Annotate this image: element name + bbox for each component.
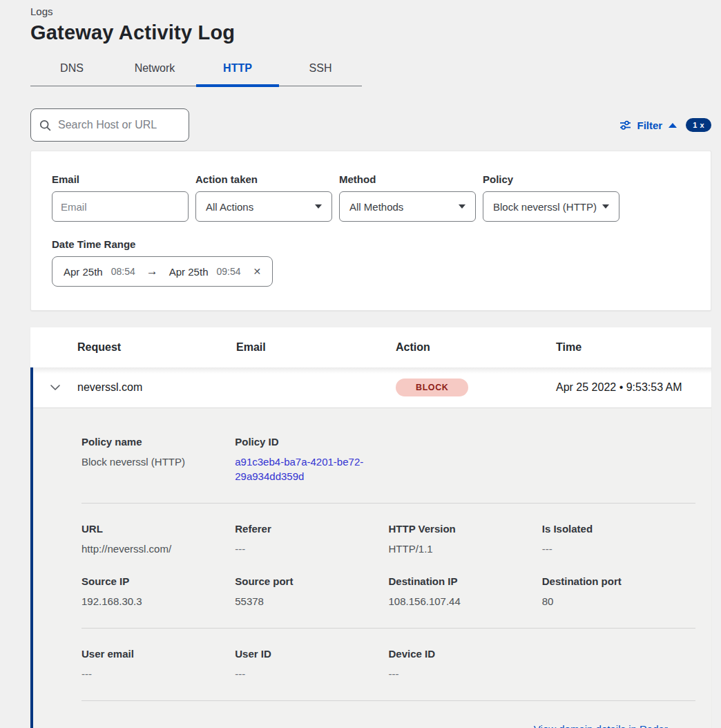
destination-port-field: Destination port 80 [542, 575, 695, 609]
method-selected-value: All Methods [349, 201, 403, 213]
toolbar: Filter 1 x [30, 108, 711, 142]
policy-select[interactable]: Block neverssl (HTTP) [483, 191, 619, 222]
referer-field: Referer --- [235, 523, 388, 556]
user-email-field: User email --- [81, 648, 235, 681]
search-icon [39, 119, 58, 131]
table-header-row: Request Email Action Time [30, 327, 711, 367]
user-id-label: User ID [235, 648, 376, 660]
tab-http[interactable]: HTTP [196, 58, 279, 86]
device-id-field: Device ID --- [389, 648, 542, 681]
user-id-field: User ID --- [235, 648, 388, 681]
source-port-value: 55378 [235, 594, 376, 609]
radar-link-row: View domain details in Radar → [81, 720, 695, 728]
user-id-value: --- [235, 667, 376, 681]
arrow-right-icon: → [144, 265, 161, 278]
breadcrumb[interactable]: Logs [30, 3, 711, 17]
policy-section: Policy name Block neverssl (HTTP) Policy… [81, 436, 695, 503]
section-divider [81, 628, 695, 629]
referer-value: --- [235, 542, 376, 556]
destination-ip-label: Destination IP [389, 575, 530, 587]
filter-count-badge[interactable]: 1 x [686, 118, 711, 132]
is-isolated-label: Is Isolated [542, 523, 683, 535]
method-filter-label: Method [339, 173, 476, 185]
range-end-time[interactable]: 09:54 [216, 266, 240, 277]
expanded-row-wrapper: neverssl.com BLOCK Apr 25 2022 • 9:53:53… [30, 367, 711, 728]
email-filter-field: Email [52, 173, 189, 222]
action-taken-select[interactable]: All Actions [195, 191, 332, 222]
search-box [30, 108, 189, 142]
destination-ip-value: 108.156.107.44 [389, 594, 530, 609]
view-domain-in-radar-link[interactable]: View domain details in Radar → [534, 723, 681, 728]
http-version-value: HTTP/1.1 [389, 542, 530, 556]
chevron-down-icon [50, 384, 61, 391]
range-start-time[interactable]: 08:54 [111, 266, 135, 277]
block-status-badge: BLOCK [396, 379, 468, 396]
source-ip-field: Source IP 192.168.30.3 [81, 575, 235, 609]
source-ip-label: Source IP [81, 575, 222, 587]
user-section: User email --- User ID --- Device ID --- [81, 648, 695, 700]
is-isolated-field: Is Isolated --- [542, 523, 695, 556]
column-header-action: Action [396, 341, 556, 354]
filter-icon [619, 119, 631, 131]
policy-filter-field: Policy Block neverssl (HTTP) [483, 173, 619, 222]
user-email-label: User email [81, 648, 222, 660]
column-header-time: Time [556, 341, 711, 354]
filter-toggle-button[interactable]: Filter 1 x [619, 118, 711, 132]
action-taken-filter-label: Action taken [195, 173, 332, 185]
column-header-request: Request [77, 341, 236, 354]
tab-dns[interactable]: DNS [30, 58, 113, 86]
tab-network[interactable]: Network [113, 58, 196, 86]
action-taken-selected-value: All Actions [206, 201, 253, 213]
is-isolated-value: --- [542, 542, 683, 556]
row-action-cell: BLOCK [396, 379, 556, 396]
filter-label: Filter [637, 119, 663, 131]
page-title: Gateway Activity Log [30, 21, 711, 44]
policy-selected-value: Block neverssl (HTTP) [493, 201, 597, 213]
source-port-field: Source port 55378 [235, 575, 388, 609]
tab-ssh[interactable]: SSH [279, 58, 362, 86]
policy-name-value: Block neverssl (HTTP) [81, 454, 222, 469]
action-taken-filter-field: Action taken All Actions [195, 173, 332, 222]
device-id-value: --- [389, 667, 530, 681]
destination-port-label: Destination port [542, 575, 683, 587]
policy-id-label: Policy ID [235, 436, 376, 448]
http-version-field: HTTP Version HTTP/1.1 [389, 523, 542, 556]
dropdown-arrow-icon [459, 204, 465, 209]
referer-label: Referer [235, 523, 376, 535]
activity-log-table: Request Email Action Time neverssl.com B… [30, 327, 711, 728]
gateway-activity-log-page: Logs Gateway Activity Log DNS Network HT… [0, 0, 721, 728]
destination-port-value: 80 [542, 594, 683, 609]
url-label: URL [81, 523, 222, 535]
policy-filter-label: Policy [483, 173, 619, 185]
date-range-picker[interactable]: Apr 25th 08:54 → Apr 25th 09:54 ✕ [52, 256, 273, 287]
column-header-email: Email [236, 341, 396, 354]
policy-name-label: Policy name [81, 436, 222, 448]
section-divider [81, 700, 695, 701]
row-time-value: Apr 25 2022 • 9:53:53 AM [556, 381, 711, 394]
policy-name-field: Policy name Block neverssl (HTTP) [81, 436, 235, 483]
caret-up-icon [669, 123, 677, 128]
http-request-section: URL http://neverssl.com/ Referer --- HTT… [81, 523, 695, 628]
source-ip-value: 192.168.30.3 [81, 594, 222, 609]
method-select[interactable]: All Methods [339, 191, 476, 222]
source-port-label: Source port [235, 575, 376, 587]
row-request-value: neverssl.com [77, 381, 236, 394]
row-detail-panel: Policy name Block neverssl (HTTP) Policy… [33, 408, 711, 728]
http-version-label: HTTP Version [389, 523, 530, 535]
email-filter-input[interactable] [52, 191, 189, 222]
filter-panel: Email Action taken All Actions Method Al… [30, 151, 711, 311]
search-input[interactable] [58, 119, 180, 131]
range-end-date[interactable]: Apr 25th [169, 266, 209, 278]
range-start-date[interactable]: Apr 25th [64, 266, 103, 278]
log-type-tabs: DNS Network HTTP SSH [30, 58, 362, 86]
device-id-label: Device ID [389, 648, 530, 660]
url-value: http://neverssl.com/ [81, 542, 222, 556]
collapse-row-button[interactable] [33, 384, 77, 391]
date-range-label: Date Time Range [52, 238, 690, 250]
url-field: URL http://neverssl.com/ [81, 523, 235, 556]
table-row[interactable]: neverssl.com BLOCK Apr 25 2022 • 9:53:53… [33, 367, 711, 408]
policy-id-link[interactable]: a91c3eb4-ba7a-4201-be72-29a934dd359d [235, 454, 373, 483]
clear-date-range-icon[interactable]: ✕ [253, 266, 262, 277]
destination-ip-field: Destination IP 108.156.107.44 [389, 575, 542, 609]
method-filter-field: Method All Methods [339, 173, 476, 222]
